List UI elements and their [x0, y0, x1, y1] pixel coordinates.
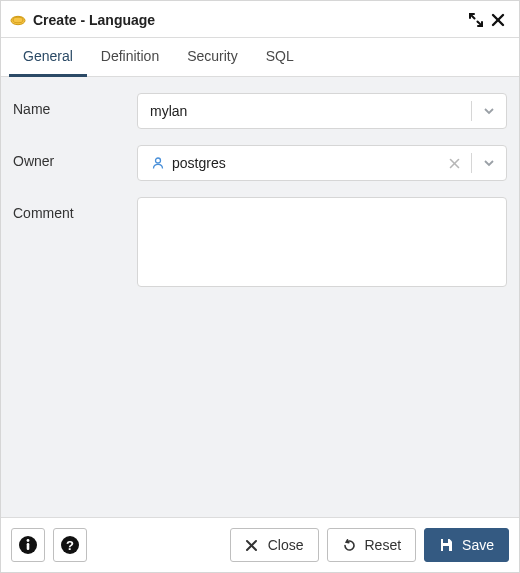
tab-security[interactable]: Security: [173, 38, 252, 77]
save-label: Save: [462, 537, 494, 553]
name-value: mylan: [150, 103, 463, 119]
clear-icon[interactable]: [445, 154, 463, 172]
chevron-down-icon[interactable]: [480, 102, 498, 120]
svg-point-4: [27, 539, 30, 542]
reset-icon: [342, 537, 358, 553]
language-icon: [9, 11, 27, 29]
svg-point-2: [156, 158, 161, 163]
save-icon: [439, 537, 455, 553]
separator: [471, 101, 472, 121]
dialog-footer: ? Close Reset Save: [1, 517, 519, 572]
owner-label: Owner: [13, 145, 137, 169]
svg-text:?: ?: [66, 538, 74, 553]
maximize-button[interactable]: [465, 9, 487, 31]
close-label: Close: [268, 537, 304, 553]
tab-definition[interactable]: Definition: [87, 38, 173, 77]
tab-general[interactable]: General: [9, 38, 87, 77]
info-button[interactable]: [11, 528, 45, 562]
chevron-down-icon[interactable]: [480, 154, 498, 172]
name-select[interactable]: mylan: [137, 93, 507, 129]
owner-value: postgres: [172, 155, 445, 171]
dialog-title: Create - Language: [33, 12, 465, 28]
save-button[interactable]: Save: [424, 528, 509, 562]
svg-rect-5: [27, 543, 30, 550]
svg-rect-8: [443, 539, 448, 543]
comment-label: Comment: [13, 197, 137, 221]
close-button[interactable]: Close: [230, 528, 319, 562]
svg-rect-9: [443, 546, 449, 551]
user-icon: [150, 155, 166, 171]
dialog-body: Name mylan Owner postgres: [1, 77, 519, 517]
comment-textarea[interactable]: [137, 197, 507, 287]
reset-label: Reset: [365, 537, 402, 553]
close-icon: [245, 537, 261, 553]
row-name: Name mylan: [13, 93, 507, 129]
help-button[interactable]: ?: [53, 528, 87, 562]
owner-select[interactable]: postgres: [137, 145, 507, 181]
separator: [471, 153, 472, 173]
tab-sql[interactable]: SQL: [252, 38, 308, 77]
tab-bar: General Definition Security SQL: [1, 38, 519, 77]
close-dialog-button[interactable]: [487, 9, 509, 31]
row-comment: Comment: [13, 197, 507, 290]
name-label: Name: [13, 93, 137, 117]
dialog-header: Create - Language: [1, 1, 519, 38]
row-owner: Owner postgres: [13, 145, 507, 181]
create-language-dialog: Create - Language General Definition Sec…: [0, 0, 520, 573]
reset-button[interactable]: Reset: [327, 528, 417, 562]
